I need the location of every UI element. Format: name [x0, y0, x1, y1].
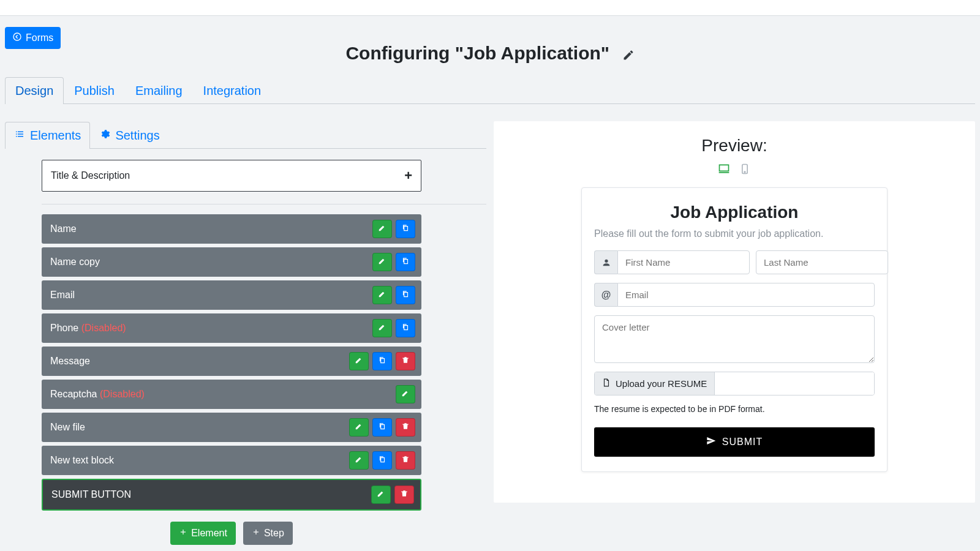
tab-integration[interactable]: Integration: [193, 77, 272, 104]
back-to-forms-label: Forms: [26, 32, 53, 43]
disabled-tag: (Disabled): [100, 389, 145, 399]
plus-icon: +: [404, 168, 412, 184]
trash-icon: [401, 455, 410, 466]
first-name-input[interactable]: [617, 250, 750, 274]
element-label: Email: [50, 290, 75, 301]
gear-icon: [99, 129, 110, 143]
copy-button[interactable]: [372, 352, 392, 370]
edit-button[interactable]: [349, 451, 369, 470]
row-actions: [372, 286, 415, 304]
accordion-title: Title & Description: [51, 170, 130, 181]
edit-icon: [355, 455, 363, 466]
edit-button[interactable]: [372, 319, 392, 337]
upload-file-value: [715, 372, 874, 395]
disabled-tag: (Disabled): [81, 323, 126, 333]
copy-icon: [378, 422, 386, 433]
edit-button[interactable]: [371, 485, 391, 504]
desktop-device-toggle[interactable]: [717, 163, 731, 175]
last-name-input[interactable]: [756, 250, 888, 274]
row-actions: [372, 253, 415, 271]
top-bar: [0, 0, 980, 16]
element-row[interactable]: Message: [42, 347, 421, 376]
tab-publish[interactable]: Publish: [64, 77, 125, 104]
copy-button[interactable]: [372, 451, 392, 470]
row-actions: [349, 451, 415, 470]
edit-icon: [355, 422, 363, 433]
copy-button[interactable]: [396, 319, 415, 337]
mobile-device-toggle[interactable]: [738, 163, 752, 175]
trash-icon: [400, 489, 409, 500]
preview-panel: Preview: Job Application Please fill out…: [494, 121, 975, 503]
element-row-submit[interactable]: SUBMIT BUTTON: [42, 479, 421, 511]
add-step-label: Step: [264, 528, 284, 539]
email-input[interactable]: [617, 283, 875, 307]
row-actions: [372, 319, 415, 337]
element-row[interactable]: New text block: [42, 446, 421, 475]
add-element-label: Element: [191, 528, 227, 539]
element-label: Phone (Disabled): [50, 323, 126, 334]
svg-point-0: [13, 33, 21, 40]
preview-submit-button[interactable]: SUBMIT: [594, 427, 875, 457]
delete-button[interactable]: [396, 418, 415, 437]
edit-button[interactable]: [349, 352, 369, 370]
cover-letter-textarea[interactable]: [594, 315, 875, 363]
edit-title-button[interactable]: [622, 49, 635, 64]
element-label: Message: [50, 356, 90, 367]
list-icon: [14, 129, 25, 143]
upload-resume-field[interactable]: Upload your RESUME: [594, 372, 875, 395]
sub-tab-elements[interactable]: Elements: [5, 122, 90, 149]
tab-emailing[interactable]: Emailing: [125, 77, 193, 104]
divider: [42, 204, 486, 204]
element-row[interactable]: Name: [42, 214, 421, 244]
sub-tab-settings[interactable]: Settings: [90, 122, 168, 149]
edit-icon: [355, 356, 363, 367]
upload-resume-label: Upload your RESUME: [616, 378, 707, 389]
element-row[interactable]: Phone (Disabled): [42, 313, 421, 343]
delete-button[interactable]: [396, 451, 415, 470]
edit-button[interactable]: [372, 286, 392, 304]
edit-button[interactable]: [349, 418, 369, 437]
file-icon: [602, 378, 611, 389]
copy-button[interactable]: [396, 253, 415, 271]
copy-icon: [401, 323, 410, 334]
element-row[interactable]: Name copy: [42, 247, 421, 277]
element-label: Name copy: [50, 257, 100, 268]
copy-button[interactable]: [372, 418, 392, 437]
element-label: Recaptcha (Disabled): [50, 389, 145, 400]
edit-icon: [378, 323, 386, 334]
element-label: SUBMIT BUTTON: [51, 489, 131, 500]
preview-form-title: Job Application: [594, 203, 875, 222]
tab-design[interactable]: Design: [5, 77, 64, 104]
copy-icon: [401, 290, 410, 301]
row-actions: [396, 385, 415, 403]
edit-button[interactable]: [372, 220, 392, 238]
delete-button[interactable]: [396, 352, 415, 370]
copy-button[interactable]: [396, 286, 415, 304]
at-icon: @: [594, 283, 617, 307]
edit-icon: [377, 489, 385, 500]
copy-icon: [401, 257, 410, 268]
element-row[interactable]: New file: [42, 413, 421, 442]
edit-button[interactable]: [396, 385, 415, 403]
add-step-button[interactable]: Step: [243, 522, 293, 545]
add-element-button[interactable]: Element: [170, 522, 236, 545]
paper-plane-icon: [706, 436, 716, 448]
plus-icon: [179, 528, 187, 539]
copy-icon: [401, 223, 410, 234]
page-title: Configuring "Job Application": [345, 43, 609, 64]
title-description-accordion[interactable]: Title & Description +: [42, 160, 421, 192]
element-row[interactable]: Recaptcha (Disabled): [42, 380, 421, 409]
row-actions: [372, 220, 415, 238]
element-row[interactable]: Email: [42, 280, 421, 310]
element-label: New text block: [50, 455, 114, 466]
back-to-forms-button[interactable]: Forms: [5, 27, 61, 49]
element-label: Name: [50, 223, 77, 234]
edit-icon: [378, 290, 386, 301]
edit-button[interactable]: [372, 253, 392, 271]
svg-point-2: [744, 171, 745, 173]
delete-button[interactable]: [394, 485, 414, 504]
main-tabs: DesignPublishEmailingIntegration: [5, 77, 975, 104]
copy-button[interactable]: [396, 220, 415, 238]
row-actions: [371, 485, 414, 504]
preview-heading: Preview:: [506, 136, 963, 156]
